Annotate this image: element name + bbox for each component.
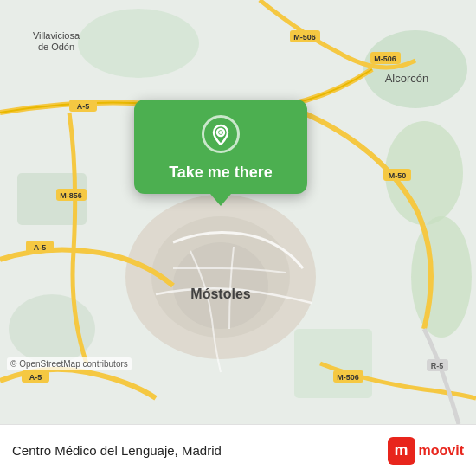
bottom-bar: Centro Médico del Lenguaje, Madrid m moo… (0, 424, 476, 476)
svg-rect-6 (294, 329, 372, 398)
svg-text:M-506: M-506 (374, 55, 396, 63)
svg-text:Móstoles: Móstoles (190, 286, 250, 301)
moovit-logo[interactable]: m moovit (388, 437, 464, 465)
svg-text:de Odón: de Odón (38, 42, 74, 52)
svg-text:M-506: M-506 (293, 33, 316, 42)
moovit-m-icon: m (388, 437, 415, 465)
svg-point-10 (173, 242, 268, 329)
svg-point-3 (411, 216, 472, 338)
osm-credit: © OpenStreetMap contributors (7, 357, 132, 370)
popup-card[interactable]: Take me there (134, 100, 307, 194)
moovit-text: moovit (419, 443, 464, 459)
svg-point-7 (78, 9, 199, 78)
svg-text:A-5: A-5 (34, 243, 47, 252)
pin-icon-circle (202, 115, 240, 153)
svg-text:M-856: M-856 (60, 191, 82, 200)
location-pin-icon (210, 124, 231, 145)
svg-text:M-506: M-506 (337, 373, 359, 382)
svg-text:Villaviciosa: Villaviciosa (33, 30, 80, 41)
map-container: A-5 M-506 M-506 M-856 A-5 A-5 M-50 M-506… (0, 0, 476, 424)
svg-text:R-5: R-5 (431, 362, 444, 370)
svg-text:M-50: M-50 (389, 171, 407, 180)
svg-text:Alcorcón: Alcorcón (385, 72, 429, 85)
location-name: Centro Médico del Lenguaje, Madrid (12, 443, 222, 458)
take-me-there-button[interactable]: Take me there (169, 164, 273, 182)
svg-text:A-5: A-5 (77, 102, 90, 111)
svg-point-34 (219, 131, 222, 134)
svg-text:A-5: A-5 (29, 373, 42, 382)
